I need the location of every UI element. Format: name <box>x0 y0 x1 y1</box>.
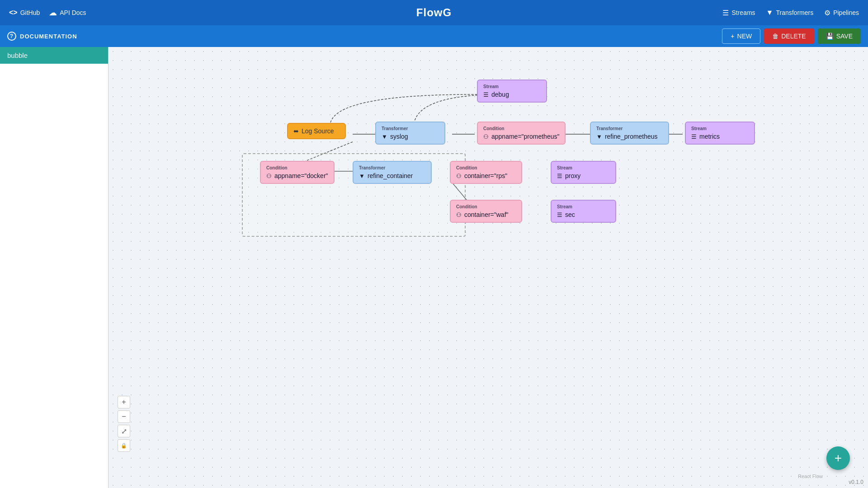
streams-label[interactable]: Streams <box>731 9 755 16</box>
version-label: v0.1.0 <box>849 479 863 485</box>
node-condition-waf-name: ⚇ container="waf" <box>456 211 516 218</box>
save-label: SAVE <box>836 33 853 40</box>
node-stream-metrics[interactable]: Stream ☰ metrics <box>685 122 755 145</box>
save-button[interactable]: 💾 SAVE <box>818 28 861 44</box>
node-stream-proxy-name: ☰ proxy <box>557 172 610 179</box>
toolbar-actions: + NEW 🗑 DELETE 💾 SAVE <box>722 28 861 44</box>
trash-icon: 🗑 <box>772 33 778 40</box>
nav-code-icon[interactable]: <> GitHub <box>9 9 40 17</box>
github-link[interactable]: GitHub <box>20 9 40 16</box>
node-stream-metrics-name: ☰ metrics <box>691 133 749 140</box>
pipeline-item-bubble[interactable]: bubble <box>0 47 108 64</box>
doc-label: DOCUMENTATION <box>20 33 77 40</box>
node-stream-proxy-label: Stream <box>557 165 610 170</box>
gear-icon: ⚙ <box>824 9 830 17</box>
transformers-icon: ▼ <box>766 9 774 17</box>
node-condition-docker-name: ⚇ appname="docker" <box>266 172 328 179</box>
api-docs-link[interactable]: ☁ API Docs <box>49 8 86 18</box>
sidebar: bubble <box>0 47 108 488</box>
save-icon: 💾 <box>826 33 834 40</box>
node-transformer-refine-container[interactable]: Transformer ▼ refine_container <box>353 161 432 184</box>
node-transformer-refine-container-label: Transformer <box>359 165 425 170</box>
api-docs-label[interactable]: API Docs <box>60 9 86 16</box>
app-title: FlowG <box>416 6 452 19</box>
connections-svg <box>108 47 868 488</box>
zoom-out-button[interactable]: − <box>118 410 130 423</box>
node-stream-sec-label: Stream <box>557 204 610 209</box>
stream-debug-icon: ☰ <box>483 91 489 98</box>
cloud-icon: ☁ <box>49 8 57 18</box>
node-stream-debug[interactable]: Stream ☰ debug <box>477 80 547 103</box>
documentation-button[interactable]: ? DOCUMENTATION <box>7 32 77 41</box>
help-icon: ? <box>7 32 16 41</box>
streams-icon: ☰ <box>722 9 729 17</box>
plus-icon: + <box>731 33 734 40</box>
node-condition-rps-name: ⚇ container="rps" <box>456 172 516 179</box>
condition-rps-icon: ⚇ <box>456 173 462 179</box>
transformer-refine-prometheus-icon: ▼ <box>596 133 602 140</box>
flow-canvas[interactable]: ⬌ Log Source Stream ☰ debug Transformer … <box>108 47 868 488</box>
add-fab-button[interactable]: + <box>826 446 850 470</box>
node-stream-proxy[interactable]: Stream ☰ proxy <box>551 161 616 184</box>
new-button[interactable]: + NEW <box>722 28 760 44</box>
condition-prometheus-icon: ⚇ <box>483 133 489 140</box>
stream-proxy-icon: ☰ <box>557 173 562 179</box>
pipeline-name: bubble <box>7 52 28 59</box>
transformers-label[interactable]: Transformers <box>776 9 813 16</box>
node-condition-container-rps[interactable]: Condition ⚇ container="rps" <box>450 161 522 184</box>
zoom-controls: + − ⤢ 🔒 <box>118 396 130 452</box>
node-transformer-refine-container-name: ▼ refine_container <box>359 172 425 179</box>
pipelines-nav-item[interactable]: ⚙ Pipelines <box>824 9 859 17</box>
node-transformer-syslog-label: Transformer <box>382 126 439 131</box>
node-condition-appname-prometheus[interactable]: Condition ⚇ appname="prometheus" <box>477 122 566 145</box>
log-source-icon: ⬌ <box>293 127 299 135</box>
angle-icon: <> <box>9 9 18 17</box>
node-transformer-syslog[interactable]: Transformer ▼ syslog <box>375 122 445 145</box>
node-log-source-name: ⬌ Log Source <box>293 127 340 135</box>
node-transformer-refine-prometheus[interactable]: Transformer ▼ refine_prometheus <box>590 122 669 145</box>
zoom-in-button[interactable]: + <box>118 396 130 408</box>
new-label: NEW <box>737 33 752 40</box>
node-condition-prometheus-name: ⚇ appname="prometheus" <box>483 133 559 140</box>
condition-waf-icon: ⚇ <box>456 211 462 218</box>
transformer-refine-container-icon: ▼ <box>359 173 365 179</box>
transformers-nav-item[interactable]: ▼ Transformers <box>766 9 814 17</box>
node-stream-metrics-label: Stream <box>691 126 749 131</box>
node-transformer-refine-prometheus-name: ▼ refine_prometheus <box>596 133 663 140</box>
node-stream-debug-name: ☰ debug <box>483 91 541 98</box>
node-stream-debug-label: Stream <box>483 84 541 89</box>
node-condition-container-waf[interactable]: Condition ⚇ container="waf" <box>450 200 522 223</box>
node-condition-waf-label: Condition <box>456 204 516 209</box>
transformer-syslog-icon: ▼ <box>382 133 387 140</box>
top-navigation: <> GitHub ☁ API Docs FlowG ☰ Streams ▼ T… <box>0 0 868 25</box>
node-stream-sec[interactable]: Stream ☰ sec <box>551 200 616 223</box>
streams-nav-item[interactable]: ☰ Streams <box>722 9 755 17</box>
node-transformer-syslog-name: ▼ syslog <box>382 133 439 140</box>
condition-docker-icon: ⚇ <box>266 173 272 179</box>
react-flow-label: React Flow <box>798 474 823 479</box>
lock-button[interactable]: 🔒 <box>118 439 130 452</box>
node-condition-docker-label: Condition <box>266 165 328 170</box>
node-stream-sec-name: ☰ sec <box>557 211 610 218</box>
stream-metrics-icon: ☰ <box>691 133 697 140</box>
pipelines-label[interactable]: Pipelines <box>833 9 859 16</box>
main-layout: bubble <box>0 47 868 488</box>
node-condition-appname-docker[interactable]: Condition ⚇ appname="docker" <box>260 161 335 184</box>
stream-sec-icon: ☰ <box>557 211 562 218</box>
toolbar: ? DOCUMENTATION + NEW 🗑 DELETE 💾 SAVE <box>0 25 868 47</box>
delete-label: DELETE <box>781 33 806 40</box>
fit-view-button[interactable]: ⤢ <box>118 425 130 437</box>
node-log-source[interactable]: ⬌ Log Source <box>287 123 346 139</box>
node-condition-prometheus-label: Condition <box>483 126 559 131</box>
delete-button[interactable]: 🗑 DELETE <box>764 28 814 44</box>
node-condition-rps-label: Condition <box>456 165 516 170</box>
nav-left: <> GitHub ☁ API Docs <box>9 8 86 18</box>
nav-right: ☰ Streams ▼ Transformers ⚙ Pipelines <box>722 9 859 17</box>
node-transformer-refine-prometheus-label: Transformer <box>596 126 663 131</box>
